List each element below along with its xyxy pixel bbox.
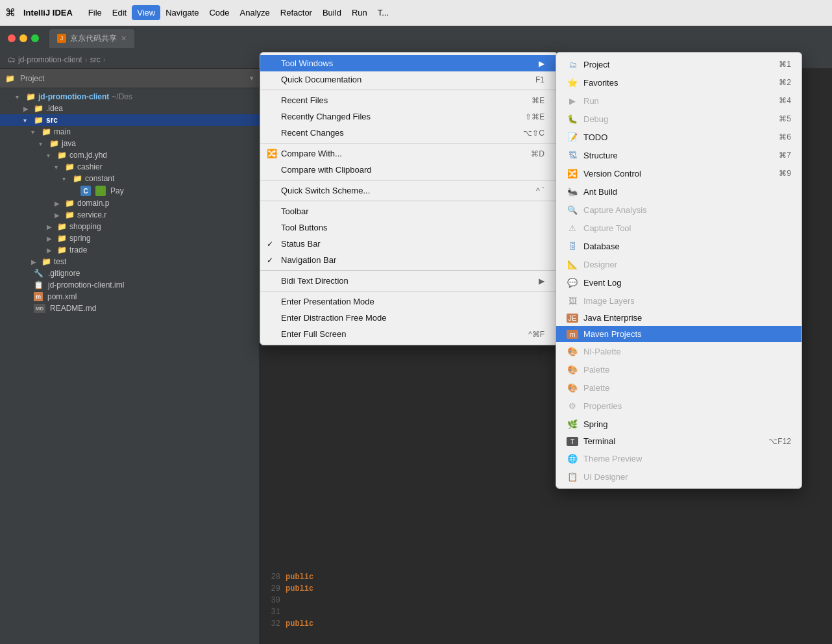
close-button[interactable]	[8, 34, 16, 42]
menu-view[interactable]: View	[132, 5, 160, 20]
properties-tool-icon: ⚙	[567, 400, 578, 412]
tree-readme-icon: MD	[34, 304, 45, 313]
submenu-item-capture-analysis[interactable]: 🔍 Capture Analysis	[556, 201, 801, 219]
submenu-item-spring[interactable]: 🌿 Spring	[556, 415, 801, 433]
menu-item-recently-changed[interactable]: Recently Changed Files ⇧⌘E	[260, 108, 557, 125]
tree-item-shopping[interactable]: ▶ 📁 shopping	[0, 221, 259, 232]
breadcrumb-sep2: ›	[103, 55, 106, 64]
submenu-spring-label: Spring	[583, 419, 791, 429]
tree-item-service[interactable]: ▶ 📁 service.r	[0, 209, 259, 221]
tree-item-src[interactable]: ▾ 📁 src	[0, 114, 259, 126]
submenu-item-terminal[interactable]: T Terminal ⌥F12	[556, 433, 801, 449]
submenu-item-favorites[interactable]: ⭐ Favorites ⌘2	[556, 73, 801, 92]
menu-item-recently-changed-label: Recently Changed Files	[281, 112, 371, 121]
menu-item-toolbar-label: Toolbar	[281, 206, 309, 216]
submenu-item-vc[interactable]: 🔀 Version Control ⌘9	[556, 164, 801, 182]
submenu-item-ui-designer[interactable]: 📋 UI Designer	[556, 467, 801, 486]
menu-item-navigation-bar[interactable]: ✓ Navigation Bar	[260, 252, 557, 268]
code-line-29: 29 public	[260, 583, 832, 595]
submenu-item-ant[interactable]: 🐜 Ant Build	[556, 182, 801, 201]
menu-item-quick-switch[interactable]: Quick Switch Scheme... ^ `	[260, 182, 557, 199]
tree-java-label: java	[62, 139, 76, 148]
tree-item-domain[interactable]: ▶ 📁 domain.p	[0, 197, 259, 209]
tree-item-root[interactable]: ▾ 📁 jd-promotion-client ~/Des	[0, 91, 259, 103]
minimize-button[interactable]	[19, 34, 27, 42]
breadcrumb-item-project[interactable]: 🗂	[8, 55, 16, 64]
menu-analyze[interactable]: Analyze	[235, 5, 275, 20]
breadcrumb-src[interactable]: src	[90, 55, 101, 64]
tree-item-main[interactable]: ▾ 📁 main	[0, 126, 259, 138]
menu-item-toolbar[interactable]: Toolbar	[260, 203, 557, 219]
submenu-item-palette-2[interactable]: 🎨 Palette	[556, 378, 801, 397]
menu-item-quick-doc[interactable]: Quick Documentation F1	[260, 71, 557, 88]
tree-item-pom[interactable]: m pom.xml	[0, 291, 259, 303]
submenu-item-theme-preview[interactable]: 🌐 Theme Preview	[556, 449, 801, 467]
submenu-project-label: Project	[583, 60, 774, 69]
tree-item-readme[interactable]: MD README.md	[0, 303, 259, 314]
menu-item-recent-files[interactable]: Recent Files ⌘E	[260, 92, 557, 108]
editor-tab[interactable]: J 京东代码共享 ✕	[49, 29, 134, 48]
submenu-item-debug[interactable]: 🐛 Debug ⌘5	[556, 110, 801, 128]
menu-separator-3	[260, 180, 557, 180]
code-line-31: 31	[260, 606, 832, 618]
menu-build[interactable]: Build	[317, 5, 347, 20]
menu-t[interactable]: T...	[373, 5, 394, 20]
menu-refactor[interactable]: Refactor	[275, 5, 317, 20]
menu-edit[interactable]: Edit	[107, 5, 132, 20]
menu-item-compare-clipboard[interactable]: Compare with Clipboard	[260, 162, 557, 178]
tree-item-iml[interactable]: 📋 jd-promotion-client.iml	[0, 279, 259, 291]
menu-item-recent-changes[interactable]: Recent Changes ⌥⇧C	[260, 125, 557, 141]
tree-item-idea[interactable]: ▶ 📁 .idea	[0, 103, 259, 114]
menu-item-compare-with[interactable]: 🔀 Compare With... ⌘D	[260, 145, 557, 162]
submenu-item-todo[interactable]: 📝 TODO ⌘6	[556, 128, 801, 146]
menu-code[interactable]: Code	[204, 5, 234, 20]
menu-navigate[interactable]: Navigate	[160, 5, 204, 20]
submenu-item-java-enterprise[interactable]: JE Java Enterprise	[556, 310, 801, 326]
submenu-item-palette-1[interactable]: 🎨 Palette	[556, 360, 801, 378]
menu-item-status-bar[interactable]: ✓ Status Bar	[260, 236, 557, 252]
tree-service-icon: 📁	[65, 210, 75, 219]
menu-item-distraction-free[interactable]: Enter Distraction Free Mode	[260, 310, 557, 326]
menu-item-recent-changes-shortcut: ⌥⇧C	[523, 129, 544, 138]
maximize-button[interactable]	[31, 34, 39, 42]
tree-pay-icon-c: C	[80, 186, 91, 196]
tree-item-test[interactable]: ▶ 📁 test	[0, 256, 259, 267]
submenu-item-maven[interactable]: m Maven Projects	[556, 326, 801, 342]
tree-item-java[interactable]: ▾ 📁 java	[0, 138, 259, 149]
submenu-item-ni-palette[interactable]: 🎨 NI-Palette	[556, 342, 801, 360]
ide-window: J 京东代码共享 ✕ 🗂 jd-promotion-client › src ›…	[0, 26, 832, 644]
submenu-item-structure[interactable]: 🏗 Structure ⌘7	[556, 146, 801, 164]
tree-item-pay[interactable]: C 🌿 Pay	[0, 184, 259, 197]
submenu-item-designer[interactable]: 📐 Designer	[556, 255, 801, 273]
tree-item-trade[interactable]: ▶ 📁 trade	[0, 244, 259, 256]
submenu-item-database[interactable]: 🗄 Database	[556, 237, 801, 255]
menu-item-bidi[interactable]: Bidi Text Direction ▶	[260, 273, 557, 289]
menu-file[interactable]: File	[83, 5, 107, 20]
tree-java-icon: 📁	[49, 139, 59, 148]
submenu-item-project[interactable]: 🗂 Project ⌘1	[556, 55, 801, 73]
menu-item-presentation[interactable]: Enter Presentation Mode	[260, 293, 557, 310]
apple-icon: ⌘	[5, 6, 16, 19]
tree-constant-icon: 📁	[73, 174, 82, 183]
menu-run[interactable]: Run	[347, 5, 373, 20]
submenu-item-image-layers[interactable]: 🖼 Image Layers	[556, 291, 801, 310]
menu-item-full-screen[interactable]: Enter Full Screen ^⌘F	[260, 326, 557, 342]
tree-item-gitignore[interactable]: 🔧 .gitignore	[0, 267, 259, 279]
tree-item-comjd[interactable]: ▾ 📁 com.jd.yhd	[0, 149, 259, 161]
submenu-item-capture-tool[interactable]: ⚠ Capture Tool	[556, 219, 801, 237]
submenu-favorites-shortcut: ⌘2	[779, 78, 791, 87]
tree-item-spring[interactable]: ▶ 📁 spring	[0, 232, 259, 244]
submenu-item-run[interactable]: ▶ Run ⌘4	[556, 92, 801, 110]
tree-item-constant[interactable]: ▾ 📁 constant	[0, 173, 259, 184]
sidebar-dropdown[interactable]: ▾	[250, 74, 254, 82]
menu-item-compare-clipboard-label: Compare with Clipboard	[281, 165, 371, 175]
tree-item-cashier[interactable]: ▾ 📁 cashier	[0, 161, 259, 173]
submenu-item-properties[interactable]: ⚙ Properties	[556, 397, 801, 415]
breadcrumb-project[interactable]: jd-promotion-client	[18, 55, 82, 64]
tab-close-button[interactable]: ✕	[121, 34, 127, 43]
menu-item-tool-windows[interactable]: Tool Windows ▶	[260, 55, 557, 71]
title-bar: J 京东代码共享 ✕	[0, 26, 832, 51]
sidebar-title: Project	[20, 74, 44, 83]
menu-item-tool-buttons[interactable]: Tool Buttons	[260, 219, 557, 236]
submenu-item-event-log[interactable]: 💬 Event Log	[556, 273, 801, 291]
